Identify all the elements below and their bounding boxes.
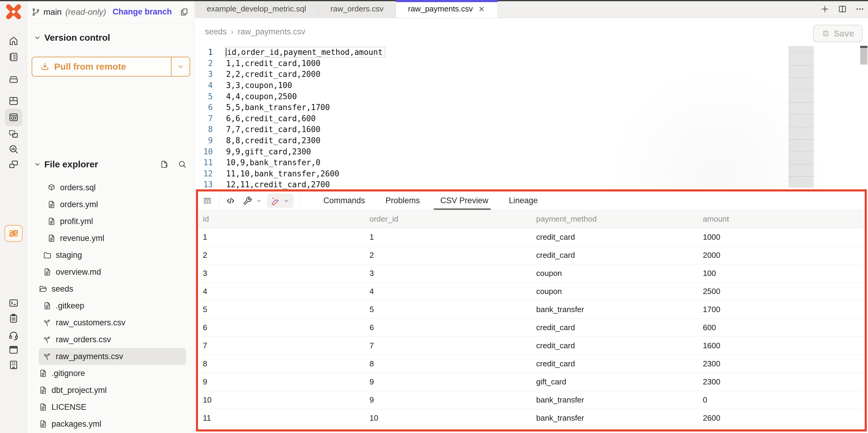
table-row[interactable]: 1 1 credit_card 1000 bbox=[198, 228, 865, 247]
copy-icon[interactable] bbox=[180, 7, 189, 17]
new-tab-icon[interactable] bbox=[820, 4, 830, 13]
table-row[interactable]: 8 8 credit_card 2300 bbox=[198, 355, 865, 373]
cell-payment-method: gift_card bbox=[531, 377, 698, 386]
dbt-assistant-button[interactable] bbox=[4, 225, 23, 242]
save-button[interactable]: Save bbox=[813, 25, 863, 42]
table-row[interactable]: 6 6 credit_card 600 bbox=[198, 319, 865, 337]
query-insights-icon[interactable] bbox=[8, 144, 19, 155]
split-editor-icon[interactable] bbox=[838, 4, 847, 13]
cell-order-id: 2 bbox=[365, 251, 531, 260]
code-line[interactable]: 2 1,1,credit_card,1000 bbox=[195, 58, 868, 69]
code-line[interactable]: 5 4,4,coupon,2500 bbox=[195, 91, 868, 102]
table-row[interactable]: 11 10 bank_transfer 2600 bbox=[198, 409, 865, 427]
organization-icon[interactable] bbox=[8, 359, 19, 370]
version-control-section-header[interactable]: Version control bbox=[33, 31, 110, 45]
file-type-icon bbox=[43, 318, 52, 327]
windows-icon[interactable] bbox=[8, 159, 19, 170]
more-options-icon[interactable] bbox=[855, 4, 864, 13]
file-item[interactable]: revenue.yml bbox=[38, 230, 186, 247]
table-row[interactable]: 7 7 credit_card 1600 bbox=[198, 337, 865, 355]
file-item[interactable]: raw_customers.csv bbox=[38, 314, 186, 331]
headset-icon[interactable] bbox=[8, 330, 19, 341]
table-row[interactable]: 4 4 coupon 2500 bbox=[198, 283, 865, 300]
results-panel-tab[interactable]: Problems bbox=[375, 192, 430, 210]
new-file-icon[interactable] bbox=[160, 160, 169, 169]
file-item[interactable]: staging bbox=[38, 247, 186, 263]
file-name: orders.yml bbox=[60, 200, 98, 209]
line-text: 2,2,credit_card,2000 bbox=[226, 70, 320, 79]
line-text: 10,9,bank_transfer,0 bbox=[226, 158, 320, 167]
code-line[interactable]: 1 id,order_id,payment_method,amount bbox=[195, 47, 868, 58]
table-row[interactable]: 5 5 bank_transfer 1700 bbox=[198, 300, 865, 319]
inbox-icon[interactable] bbox=[8, 74, 19, 84]
file-item[interactable]: raw_payments.csv bbox=[38, 348, 186, 365]
breadcrumb-folder[interactable]: seeds bbox=[205, 27, 227, 36]
pull-options-dropdown[interactable] bbox=[171, 57, 190, 76]
table-row[interactable]: 9 9 gift_card 2300 bbox=[198, 373, 865, 391]
clipboard-icon[interactable] bbox=[8, 313, 19, 324]
file-explorer-section-header[interactable]: File explorer bbox=[33, 157, 187, 171]
file-item[interactable]: raw_orders.csv bbox=[38, 331, 186, 348]
code-line[interactable]: 4 3,3,coupon,100 bbox=[195, 80, 868, 91]
file-item[interactable]: profit.yml bbox=[38, 213, 186, 230]
table-row[interactable]: 3 3 coupon 100 bbox=[198, 264, 865, 283]
home-icon[interactable] bbox=[8, 36, 19, 47]
file-item[interactable]: .gitkeep bbox=[38, 297, 186, 314]
code-line[interactable]: 13 12,11,credit_card,2700 bbox=[195, 179, 868, 190]
table-row[interactable]: 2 2 credit_card 2000 bbox=[198, 247, 865, 264]
editor-tab[interactable]: raw_payments.csv bbox=[396, 0, 498, 18]
docs-icon[interactable] bbox=[8, 344, 19, 355]
file-item[interactable]: .gitignore bbox=[38, 365, 186, 382]
file-item[interactable]: orders.yml bbox=[38, 196, 186, 213]
build-tools-dropdown[interactable] bbox=[243, 196, 262, 205]
code-line[interactable]: 3 2,2,credit_card,2000 bbox=[195, 69, 868, 80]
cell-payment-method: credit_card bbox=[531, 341, 698, 350]
toolbar-divider bbox=[301, 196, 301, 206]
code-line[interactable]: 6 5,5,bank_transfer,1700 bbox=[195, 102, 868, 113]
toolbar-divider bbox=[219, 196, 219, 206]
code-line[interactable]: 8 7,7,credit_card,1600 bbox=[195, 124, 868, 135]
results-panel-tab[interactable]: Commands bbox=[313, 192, 375, 210]
editor-minimap[interactable] bbox=[788, 47, 814, 187]
results-panel-tab-label: Lineage bbox=[509, 196, 538, 205]
file-item[interactable]: LICENSE bbox=[38, 399, 186, 415]
terminal-icon[interactable] bbox=[8, 298, 19, 309]
editor-tab[interactable]: raw_orders.csv bbox=[318, 0, 396, 18]
csv-column-header[interactable]: id bbox=[198, 214, 365, 224]
search-icon[interactable] bbox=[178, 160, 187, 169]
csv-column-header[interactable]: order_id bbox=[365, 214, 531, 224]
results-panel-tab[interactable]: Lineage bbox=[498, 192, 548, 210]
editor-tab[interactable]: example_develop_metric.sql bbox=[195, 0, 318, 18]
pull-from-remote-main[interactable]: Pull from remote bbox=[32, 57, 171, 76]
file-item[interactable]: seeds bbox=[38, 281, 186, 297]
close-icon[interactable] bbox=[478, 5, 486, 13]
change-branch-link[interactable]: Change branch bbox=[113, 7, 172, 17]
code-editor-icon[interactable] bbox=[8, 112, 19, 123]
code-line[interactable]: 7 6,6,credit_card,600 bbox=[195, 113, 868, 124]
dbt-logo-icon[interactable] bbox=[5, 4, 22, 20]
code-line[interactable]: 9 8,8,credit_card,2300 bbox=[195, 135, 868, 146]
dashboard-icon[interactable] bbox=[8, 95, 19, 107]
select-area-icon[interactable] bbox=[8, 128, 19, 139]
table-row[interactable]: 12 11 credit_card 2700 bbox=[198, 427, 865, 432]
editor-scrollbar-thumb[interactable] bbox=[860, 46, 867, 64]
branch-readonly-state: (read-only) bbox=[65, 7, 106, 17]
table-row[interactable]: 10 9 bank_transfer 0 bbox=[198, 391, 865, 409]
results-panel-tab[interactable]: CSV Preview bbox=[430, 192, 498, 210]
code-line[interactable]: 11 10,9,bank_transfer,0 bbox=[195, 157, 868, 168]
table-icon[interactable] bbox=[203, 196, 212, 205]
code-line[interactable]: 10 9,9,gift_card,2300 bbox=[195, 146, 868, 157]
file-item[interactable]: orders.sql bbox=[38, 179, 186, 196]
code-line[interactable]: 12 11,10,bank_transfer,2600 bbox=[195, 168, 868, 179]
file-item[interactable]: overview.md bbox=[38, 263, 186, 281]
notebook-icon[interactable] bbox=[8, 52, 19, 62]
csv-column-header[interactable]: payment_method bbox=[531, 214, 698, 224]
line-number: 5 bbox=[195, 92, 213, 101]
pull-from-remote-button[interactable]: Pull from remote bbox=[32, 57, 190, 77]
code-editor[interactable]: 1 id,order_id,payment_method,amount 2 1,… bbox=[195, 45, 868, 190]
ai-assist-dropdown[interactable] bbox=[267, 194, 293, 208]
file-item[interactable]: packages.yml bbox=[38, 415, 186, 432]
csv-column-header[interactable]: amount bbox=[698, 214, 865, 224]
file-item[interactable]: dbt_project.yml bbox=[38, 382, 186, 399]
code-icon[interactable] bbox=[226, 196, 235, 205]
